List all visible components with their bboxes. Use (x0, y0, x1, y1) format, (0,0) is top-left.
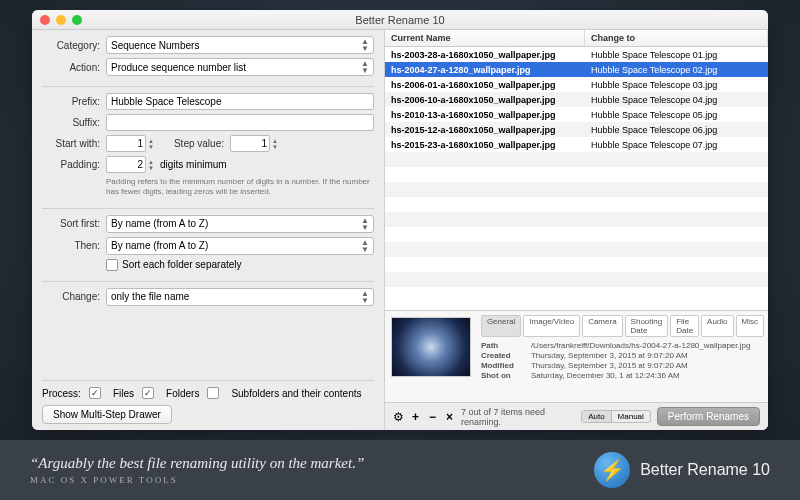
gear-icon[interactable]: ⚙ (393, 410, 404, 424)
process-label: Process: (42, 388, 81, 399)
table-row[interactable]: hs-2015-23-a-1680x1050_wallpaper.jpgHubb… (385, 137, 768, 152)
chevron-updown-icon: ▲▼ (361, 239, 369, 253)
bottom-bar: ⚙ + − × 7 out of 7 items need renaming. … (385, 402, 768, 430)
col-changeto[interactable]: Change to (585, 30, 768, 46)
table-row[interactable]: hs-2015-12-a-1680x1050_wallpaper.jpgHubb… (385, 122, 768, 137)
quote: “Arguably the best file renaming utility… (30, 455, 594, 485)
mode-segment[interactable]: AutoManual (581, 410, 651, 423)
meta-tab[interactable]: Image/Video (523, 315, 580, 337)
table-body[interactable]: hs-2003-28-a-1680x1050_wallpaper.jpgHubb… (385, 47, 768, 310)
titlebar[interactable]: Better Rename 10 (32, 10, 768, 30)
table-row[interactable]: hs-2010-13-a-1680x1050_wallpaper.jpgHubb… (385, 107, 768, 122)
product-logo: ⚡ Better Rename 10 (594, 452, 770, 488)
padding-label: Padding: (42, 159, 100, 170)
sort-separate-label: Sort each folder separately (122, 259, 242, 270)
remove-button[interactable]: − (427, 410, 438, 424)
thumbnail (391, 317, 471, 377)
change-label: Change: (42, 291, 100, 302)
sort1-label: Sort first: (42, 218, 100, 229)
col-current[interactable]: Current Name (385, 30, 585, 46)
meta-tab[interactable]: File Date (670, 315, 699, 337)
start-label: Start with: (42, 138, 100, 149)
perform-button[interactable]: Perform Renames (657, 407, 760, 426)
padding-help: Padding refers to the minimum number of … (106, 177, 374, 198)
action-label: Action: (42, 62, 100, 73)
table-row[interactable]: hs-2004-27-a-1280_wallpaper.jpgHubble Sp… (385, 62, 768, 77)
chevron-updown-icon: ▲▼ (361, 290, 369, 304)
start-stepper[interactable]: 1 (106, 135, 146, 152)
window-title: Better Rename 10 (32, 14, 768, 26)
app-window: Better Rename 10 Category: Sequence Numb… (32, 10, 768, 430)
meta-tab[interactable]: Camera (582, 315, 622, 337)
chevron-updown-icon: ▲▼ (361, 60, 369, 74)
preview-pane: GeneralImage/VideoCameraShooting DateFil… (385, 310, 768, 402)
meta-tab[interactable]: Misc (736, 315, 764, 337)
clear-button[interactable]: × (444, 410, 455, 424)
chevron-updown-icon: ▲▼ (361, 217, 369, 231)
sort1-select[interactable]: By name (from A to Z)▲▼ (106, 215, 374, 233)
padding-stepper[interactable]: 2 (106, 156, 146, 173)
suffix-label: Suffix: (42, 117, 100, 128)
change-select[interactable]: only the file name▲▼ (106, 288, 374, 306)
prefix-label: Prefix: (42, 96, 100, 107)
status-text: 7 out of 7 items need renaming. (461, 407, 575, 427)
settings-panel: Category: Sequence Numbers▲▼ Action: Pro… (32, 30, 384, 430)
step-label: Step value: (174, 138, 224, 149)
multi-step-button[interactable]: Show Multi-Step Drawer (42, 405, 172, 424)
add-button[interactable]: + (410, 410, 421, 424)
padding-suffix: digits minimum (160, 159, 227, 170)
table-row[interactable]: hs-2006-10-a-1680x1050_wallpaper.jpgHubb… (385, 92, 768, 107)
stepper-arrows-icon[interactable]: ▲▼ (272, 138, 278, 150)
promo-footer: “Arguably the best file renaming utility… (0, 440, 800, 500)
table-row[interactable]: hs-2006-01-a-1680x1050_wallpaper.jpgHubb… (385, 77, 768, 92)
sort2-label: Then: (42, 240, 100, 251)
table-header: Current Name Change to (385, 30, 768, 47)
folders-checkbox[interactable] (142, 387, 154, 399)
meta-tab[interactable]: General (481, 315, 521, 337)
sort2-select[interactable]: By name (from A to Z)▲▼ (106, 237, 374, 255)
files-checkbox[interactable] (89, 387, 101, 399)
sort-separate-checkbox[interactable] (106, 259, 118, 271)
stepper-arrows-icon[interactable]: ▲▼ (148, 138, 154, 150)
category-label: Category: (42, 40, 100, 51)
table-row[interactable]: hs-2003-28-a-1680x1050_wallpaper.jpgHubb… (385, 47, 768, 62)
action-select[interactable]: Produce sequence number list▲▼ (106, 58, 374, 76)
step-stepper[interactable]: 1 (230, 135, 270, 152)
bolt-icon: ⚡ (594, 452, 630, 488)
prefix-input[interactable]: Hubble Space Telescope (106, 93, 374, 110)
suffix-input[interactable] (106, 114, 374, 131)
file-panel: Current Name Change to hs-2003-28-a-1680… (384, 30, 768, 430)
subfolders-checkbox[interactable] (207, 387, 219, 399)
chevron-updown-icon: ▲▼ (361, 38, 369, 52)
meta-tab[interactable]: Shooting Date (625, 315, 669, 337)
category-select[interactable]: Sequence Numbers▲▼ (106, 36, 374, 54)
stepper-arrows-icon[interactable]: ▲▼ (148, 159, 154, 171)
meta-tab[interactable]: Audio (701, 315, 733, 337)
meta-tabs: GeneralImage/VideoCameraShooting DateFil… (481, 315, 764, 337)
